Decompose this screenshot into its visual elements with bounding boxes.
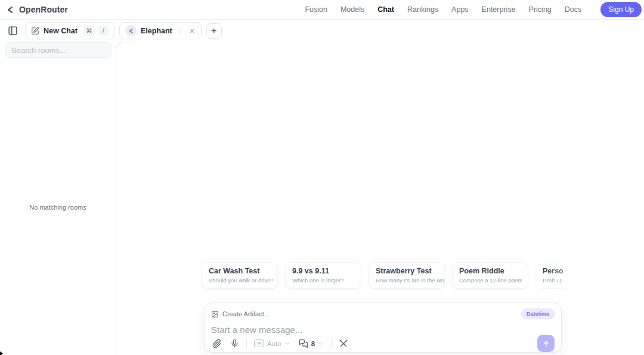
tab-bar: New Chat ⌘ / Elephant ⋮ × + [0, 20, 644, 42]
tab-new-chat[interactable]: New Chat ⌘ / [25, 22, 114, 39]
composer-top-row: Create Artifact... Datetime [211, 309, 555, 319]
nav-item-models[interactable]: Models [340, 5, 364, 14]
panel-left-icon [8, 26, 18, 36]
card-subtitle: Should you walk or drive? [209, 277, 271, 284]
tab-room-elephant[interactable]: Elephant ⋮ × [119, 22, 202, 39]
kbd-slash-badge: / [98, 26, 109, 36]
card-subtitle: Compose a 12-line poem [459, 277, 521, 284]
card-subtitle: How many r's are in the word [376, 277, 438, 284]
nav-item-pricing[interactable]: Pricing [529, 5, 552, 14]
tab-new-chat-label: New Chat [44, 27, 80, 35]
tools-button[interactable] [338, 338, 349, 350]
card-title: Strawberry Test [376, 267, 438, 275]
image-icon [211, 310, 219, 318]
model-selector-value: Auto [267, 340, 281, 347]
brand-logo-link[interactable]: OpenRouter [6, 5, 68, 14]
suggestion-cards-row: Car Wash Test Should you walk or drive? … [202, 262, 612, 289]
chevron-down-icon [284, 341, 290, 347]
suggestion-card-9-9-vs-9-11[interactable]: 9.9 vs 9.11 Which one is larger? [285, 262, 361, 289]
empty-rooms-message: No matching rooms [0, 204, 116, 211]
rooms-count-selector[interactable]: 8 [298, 338, 325, 350]
app-header: OpenRouter Fusion Models Chat Rankings A… [0, 0, 644, 20]
toolbar-divider [246, 339, 247, 348]
suggestion-card-car-wash[interactable]: Car Wash Test Should you walk or drive? [202, 262, 278, 289]
card-subtitle: Draft up [543, 277, 605, 284]
voice-input-button[interactable] [229, 338, 240, 349]
paperclip-icon [212, 339, 222, 348]
nav-item-enterprise[interactable]: Enterprise [482, 5, 516, 14]
kbd-cmd-badge: ⌘ [84, 26, 94, 36]
new-tab-button[interactable]: + [206, 23, 222, 39]
create-artifact-button[interactable]: Create Artifact... [211, 310, 270, 318]
search-rooms-input[interactable] [5, 42, 112, 58]
attach-file-button[interactable] [211, 338, 223, 350]
arrow-up-icon [542, 340, 550, 348]
sign-up-button[interactable]: Sign Up [600, 2, 642, 17]
tab-room-label: Elephant [141, 27, 172, 35]
room-avatar-icon [125, 25, 137, 36]
suggestion-card-strawberry[interactable]: Strawberry Test How many r's are in the … [369, 262, 445, 289]
auto-router-icon: >< [254, 340, 264, 347]
card-title: 9.9 vs 9.11 [292, 267, 354, 275]
top-nav: Fusion Models Chat Rankings Apps Enterpr… [305, 2, 642, 17]
toolbar-divider [331, 339, 332, 348]
nav-item-docs[interactable]: Docs [565, 5, 581, 14]
send-message-button[interactable] [537, 335, 555, 352]
microphone-icon [230, 339, 239, 348]
crossed-tools-icon [339, 339, 348, 348]
composer-toolbar: >< Auto 8 [211, 335, 555, 352]
tab-close-icon[interactable]: × [189, 26, 196, 35]
card-title: Car Wash Test [209, 267, 271, 275]
message-input[interactable] [211, 325, 555, 335]
card-title: Perso [543, 267, 605, 275]
rooms-count-value: 8 [311, 340, 315, 347]
chat-bubbles-icon [299, 339, 308, 348]
message-composer: Create Artifact... Datetime >< Auto [204, 303, 562, 353]
card-title: Poem Riddle [459, 267, 521, 275]
model-router-selector[interactable]: >< Auto [253, 338, 292, 348]
suggestion-card-poem-riddle[interactable]: Poem Riddle Compose a 12-line poem [452, 262, 528, 289]
nav-item-fusion[interactable]: Fusion [305, 5, 327, 14]
nav-item-apps[interactable]: Apps [451, 5, 469, 14]
brand-name: OpenRouter [19, 5, 68, 14]
nav-item-chat[interactable]: Chat [377, 5, 394, 14]
pencil-square-icon [31, 27, 39, 35]
suggestion-card-partial[interactable]: Perso Draft up [535, 262, 612, 289]
sidebar-toggle-button[interactable] [5, 23, 20, 39]
nav-item-rankings[interactable]: Rankings [407, 5, 438, 14]
tab-menu-icon[interactable]: ⋮ [177, 27, 185, 35]
create-artifact-label: Create Artifact... [222, 310, 270, 317]
card-subtitle: Which one is larger? [292, 277, 354, 284]
datetime-context-badge[interactable]: Datetime [521, 309, 555, 319]
rooms-sidebar: No matching rooms [0, 42, 116, 355]
chevron-down-icon [318, 341, 324, 347]
openrouter-logo-icon [6, 5, 15, 14]
